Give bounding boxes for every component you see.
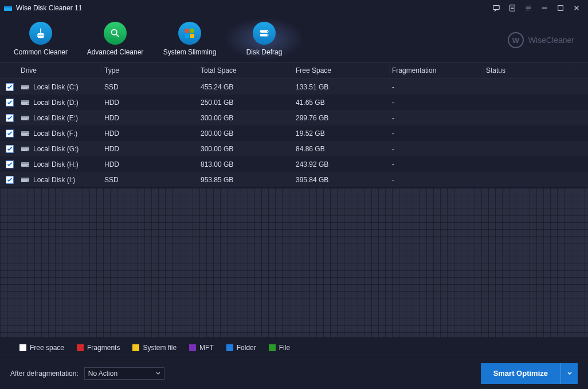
tab-advanced-cleaner[interactable]: Advanced Cleaner [78,19,152,59]
drive-total: 300.00 GB [198,114,293,122]
svg-rect-21 [21,116,29,117]
legend-label: MFT [199,344,214,352]
row-checkbox[interactable] [6,99,14,107]
tab-disk-defrag[interactable]: Disk Defrag [227,19,301,59]
legend-label: Fragments [87,344,120,352]
column-fragmentation[interactable]: Fragmentation [390,66,484,74]
window-title: Wise Disk Cleaner 11 [16,4,82,12]
drive-frag: - [390,176,484,184]
legend-swatch [269,344,276,351]
column-free[interactable]: Free Space [293,66,390,74]
table-row[interactable]: Local Disk (G:) HDD 300.00 GB 84.86 GB - [0,141,588,156]
drive-type: SSD [102,83,198,91]
svg-rect-8 [185,34,189,38]
legend-item: Folder [226,344,256,352]
row-checkbox[interactable] [6,83,14,91]
legend-swatch [19,344,26,351]
table-row[interactable]: Local Disk (D:) HDD 250.01 GB 41.65 GB - [0,95,588,110]
task-icon[interactable] [504,2,520,14]
row-checkbox[interactable] [6,145,14,153]
svg-point-28 [28,150,29,151]
svg-rect-1 [4,6,12,7]
row-checkbox[interactable] [6,176,14,184]
drive-icon [21,129,30,137]
chevron-down-icon [156,371,160,376]
row-checkbox[interactable] [6,160,14,168]
row-checkbox[interactable] [6,114,14,122]
svg-point-16 [28,88,29,89]
svg-point-5 [112,30,117,35]
menu-icon[interactable] [520,2,536,14]
titlebar: Wise Disk Cleaner 11 [0,0,588,16]
legend-item: Fragments [77,344,120,352]
top-tabs: Common Cleaner Advanced Cleaner System S… [0,16,588,62]
drive-name: Local Disk (G:) [33,145,79,153]
table-row[interactable]: Local Disk (I:) SSD 953.85 GB 395.84 GB … [0,172,588,187]
maximize-button[interactable] [552,2,569,14]
drive-type: HDD [102,129,198,137]
drive-icon [21,114,30,122]
svg-rect-2 [493,6,500,10]
drive-type: HDD [102,160,198,168]
legend-item: Free space [19,344,64,352]
smart-optimize-button[interactable]: Smart Optimize [481,363,578,384]
svg-point-12 [267,31,268,32]
legend-label: Free space [30,344,64,352]
column-type[interactable]: Type [102,66,198,74]
button-label: Smart Optimize [481,369,560,378]
drive-name: Local Disk (D:) [33,99,79,107]
column-total[interactable]: Total Space [198,66,293,74]
legend-swatch [189,344,196,351]
svg-rect-18 [21,100,29,102]
button-dropdown[interactable] [560,363,578,384]
close-button[interactable] [569,2,585,14]
drive-total: 250.01 GB [198,99,293,107]
svg-point-34 [28,180,29,182]
svg-point-31 [28,165,29,166]
legend-item: File [269,344,290,352]
svg-point-25 [28,134,29,135]
svg-rect-9 [190,34,194,38]
svg-point-13 [267,34,268,36]
svg-point-22 [28,119,29,120]
drive-icon [21,145,30,153]
drive-icon [21,176,30,184]
footer: After defragmentation: No Action Smart O… [0,357,588,389]
tab-label: System Slimming [163,48,217,56]
brand-text: WiseCleaner [528,36,574,45]
minimize-button[interactable] [536,2,552,14]
tab-common-cleaner[interactable]: Common Cleaner [3,19,78,59]
drive-frag: - [390,129,484,137]
column-status[interactable]: Status [484,66,575,74]
brand-logo: W WiseCleaner [508,32,574,48]
drive-total: 200.00 GB [198,129,293,137]
tab-label: Advanced Cleaner [87,48,144,56]
table-row[interactable]: Local Disk (C:) SSD 455.24 GB 133.51 GB … [0,79,588,95]
legend-label: File [279,344,290,352]
table-row[interactable]: Local Disk (F:) HDD 200.00 GB 19.52 GB - [0,125,588,141]
tab-label: Common Cleaner [14,48,68,56]
legend-label: System file [143,344,177,352]
table-row[interactable]: Local Disk (H:) HDD 813.00 GB 243.92 GB … [0,156,588,172]
drive-frag: - [390,99,484,107]
legend: Free spaceFragmentsSystem fileMFTFolderF… [0,337,588,357]
after-defrag-select[interactable]: No Action [84,367,164,380]
drive-frag: - [390,160,484,168]
drive-total: 813.00 GB [198,160,293,168]
column-drive[interactable]: Drive [18,66,102,74]
drive-free: 395.84 GB [293,176,390,184]
svg-rect-30 [21,162,29,164]
drive-free: 243.92 GB [293,160,390,168]
table-row[interactable]: Local Disk (E:) HDD 300.00 GB 299.76 GB … [0,110,588,125]
svg-rect-15 [21,85,29,87]
select-value: No Action [88,370,117,378]
drive-name: Local Disk (H:) [33,160,79,168]
drive-type: HDD [102,114,198,122]
drive-name: Local Disk (C:) [33,83,79,91]
tab-system-slimming[interactable]: System Slimming [152,19,227,59]
row-checkbox[interactable] [6,129,14,137]
feedback-icon[interactable] [488,2,504,14]
drive-frag: - [390,145,484,153]
drive-free: 19.52 GB [293,129,390,137]
svg-rect-27 [21,147,29,148]
